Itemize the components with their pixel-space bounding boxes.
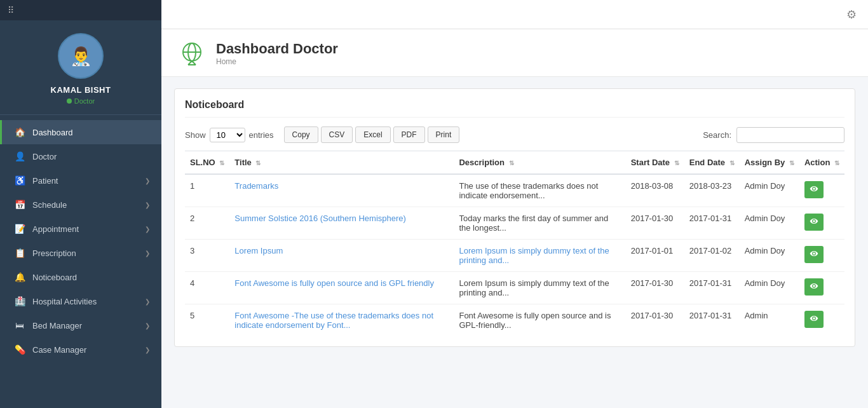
content-area: Noticeboard Show 10 25 50 100 entries (161, 77, 868, 408)
view-action-button[interactable] (804, 278, 824, 296)
title-link[interactable]: Trademarks (234, 181, 278, 191)
table-row: 2 Summer Solstice 2016 (Southern Hemisph… (185, 207, 844, 240)
sidebar-item-appointment[interactable]: 📝 Appointment ❯ (0, 217, 161, 241)
sidebar-item-label: Prescription (32, 248, 76, 258)
sidebar-item-noticeboard[interactable]: 🔔 Noticeboard (0, 265, 161, 289)
sort-icon[interactable]: ⇅ (789, 160, 794, 167)
cell-title: Trademarks (229, 174, 454, 207)
chevron-down-icon: ❯ (145, 177, 150, 184)
title-link[interactable]: Font Awesome -The use of these trademark… (234, 311, 433, 330)
csv-button[interactable]: CSV (321, 126, 353, 143)
sidebar-profile: 👨‍⚕️ KAMAL BISHT Doctor (0, 20, 161, 115)
col-slno: SL.NO ⇅ (185, 151, 229, 175)
grid-icon[interactable]: ⠿ (8, 5, 14, 15)
sidebar-item-case-manager[interactable]: 💊 Case Manager ❯ (0, 337, 161, 362)
sort-icon[interactable]: ⇅ (674, 160, 679, 167)
cell-assign-by: Admin Doy (740, 240, 799, 272)
cell-slno: 4 (185, 272, 229, 304)
sidebar-item-label: Doctor (32, 152, 57, 161)
sidebar-item-label: Appointment (32, 224, 79, 234)
search-area: Search: (703, 127, 844, 143)
gear-icon[interactable]: ⚙ (846, 8, 857, 22)
cell-start-date: 2017-01-01 (626, 240, 684, 272)
cell-slno: 2 (185, 207, 229, 240)
entries-label: entries (249, 130, 274, 140)
view-action-button[interactable] (804, 246, 824, 263)
sort-icon[interactable]: ⇅ (509, 160, 514, 167)
sidebar-item-label: Dashboard (32, 128, 73, 137)
cell-action (799, 304, 844, 337)
sort-icon[interactable]: ⇅ (219, 160, 224, 167)
cell-title: Summer Solstice 2016 (Southern Hemispher… (229, 207, 454, 240)
sidebar-item-patient[interactable]: ♿ Patient ❯ (0, 168, 161, 193)
chevron-down-icon: ❯ (145, 250, 150, 257)
appointment-icon: 📝 (13, 224, 26, 234)
view-action-button[interactable] (804, 181, 824, 198)
page-header-text: Dashboard Doctor Home (216, 41, 338, 66)
chevron-down-icon: ❯ (145, 201, 150, 208)
sidebar-top-bar: ⠿ (0, 0, 161, 20)
sidebar-item-dashboard[interactable]: 🏠 Dashboard (0, 120, 161, 144)
title-link[interactable]: Summer Solstice 2016 (Southern Hemispher… (234, 214, 406, 223)
show-label: Show (185, 130, 206, 140)
avatar-emoji: 👨‍⚕️ (70, 46, 92, 67)
role-indicator (67, 99, 72, 104)
sidebar-item-label: Case Manager (32, 345, 86, 355)
prescription-icon: 📋 (13, 248, 26, 258)
hospital-icon: 🏥 (13, 296, 26, 306)
table-row: 5 Font Awesome -The use of these tradema… (185, 304, 844, 337)
sidebar-item-label: Schedule (32, 200, 67, 210)
patient-icon: ♿ (13, 175, 26, 186)
copy-button[interactable]: Copy (284, 126, 318, 143)
excel-button[interactable]: Excel (355, 126, 390, 143)
sidebar-item-bed-manager[interactable]: 🛏 Bed Manager ❯ (0, 313, 161, 337)
cell-title: Lorem Ipsum (229, 240, 454, 272)
search-input[interactable] (736, 127, 844, 143)
cell-assign-by: Admin Doy (740, 207, 799, 240)
cell-end-date: 2017-01-31 (684, 304, 740, 337)
cell-end-date: 2018-03-23 (684, 174, 740, 207)
sort-icon[interactable]: ⇅ (255, 160, 261, 167)
chevron-down-icon: ❯ (145, 322, 150, 329)
chevron-down-icon: ❯ (145, 226, 150, 233)
pdf-button[interactable]: PDF (393, 126, 425, 143)
entries-select[interactable]: 10 25 50 100 (210, 128, 245, 142)
noticeboard-card: Noticeboard Show 10 25 50 100 entries (174, 88, 855, 347)
noticeboard-table: SL.NO ⇅ Title ⇅ Description ⇅ Start Da (185, 151, 844, 336)
sidebar-item-doctor[interactable]: 👤 Doctor (0, 144, 161, 168)
view-action-button[interactable] (804, 311, 824, 328)
search-label: Search: (703, 130, 731, 140)
schedule-icon: 📅 (13, 200, 26, 210)
cell-description: Lorem Ipsum is simply dummy text of the … (454, 272, 625, 304)
main-area: ⚙ Dashboard Doctor Home Noticeboard (161, 0, 868, 408)
page-header: Dashboard Doctor Home (161, 29, 868, 77)
profile-role: Doctor (67, 97, 95, 105)
page-title: Dashboard Doctor (216, 41, 338, 57)
cell-start-date: 2018-03-08 (626, 174, 684, 207)
sidebar-item-prescription[interactable]: 📋 Prescription ❯ (0, 241, 161, 265)
print-button[interactable]: Print (428, 126, 460, 143)
home-icon: 🏠 (13, 127, 26, 137)
noticeboard-icon: 🔔 (13, 272, 26, 282)
sort-icon[interactable]: ⇅ (834, 160, 839, 167)
title-link[interactable]: Lorem Ipsum (234, 246, 283, 255)
cell-start-date: 2017-01-30 (626, 207, 684, 240)
sidebar-item-label: Hospital Activities (32, 297, 97, 306)
table-controls: Show 10 25 50 100 entries Copy CSV Excel (185, 126, 844, 143)
sort-icon[interactable]: ⇅ (729, 160, 735, 167)
cell-description: Today marks the first day of summer and … (454, 207, 625, 240)
title-link[interactable]: Font Awesome is fully open source and is… (234, 278, 434, 288)
sidebar-item-hospital-activities[interactable]: 🏥 Hospital Activities ❯ (0, 289, 161, 313)
view-action-button[interactable] (804, 214, 824, 231)
doctor-icon: 👤 (13, 151, 26, 161)
cell-slno: 3 (185, 240, 229, 272)
case-icon: 💊 (13, 344, 26, 355)
cell-action (799, 207, 844, 240)
avatar: 👨‍⚕️ (58, 33, 104, 79)
sidebar-item-schedule[interactable]: 📅 Schedule ❯ (0, 193, 161, 217)
cell-assign-by: Admin Doy (740, 174, 799, 207)
cell-assign-by: Admin Doy (740, 272, 799, 304)
col-start-date: Start Date ⇅ (626, 151, 684, 175)
chevron-down-icon: ❯ (145, 298, 150, 305)
sidebar-item-label: Noticeboard (32, 273, 77, 282)
